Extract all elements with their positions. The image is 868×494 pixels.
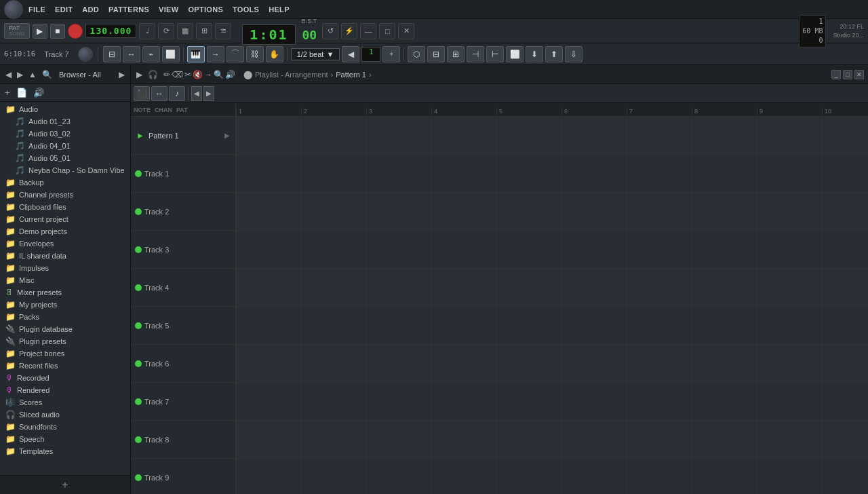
track-cell-4-9[interactable] [757,231,822,268]
track-cell-2-10[interactable] [822,155,868,192]
sidebar-item-my-projects[interactable]: 📁My projects [0,299,130,311]
track-cell-9-3[interactable] [366,421,431,458]
step-icon[interactable]: ▦ [177,23,193,39]
mixer-btn[interactable]: ↔ [123,46,140,62]
sidebar-back-btn[interactable]: ◀ [4,70,13,79]
track-cell-3-8[interactable] [692,193,757,230]
menu-add[interactable]: ADD [78,4,103,15]
track-cell-6-7[interactable] [627,307,692,344]
track-header-9[interactable]: Track 9 [131,459,235,494]
sidebar-item-packs[interactable]: 📁Packs [0,311,130,323]
track-cell-9-6[interactable] [561,421,627,458]
sidebar-item-plugin-presets[interactable]: 🔌Plugin presets [0,335,130,347]
track-cell-7-8[interactable] [692,345,757,382]
sidebar-up-btn[interactable]: ▲ [27,70,38,79]
track-cell-8-7[interactable] [627,383,692,420]
split-btn[interactable]: ⊣ [467,46,484,62]
track-cell-5-6[interactable] [561,269,627,306]
sidebar-item-misc[interactable]: 📁Misc [0,274,130,286]
track-cell-4-10[interactable] [822,231,868,268]
up-arrow-btn[interactable]: ⬆ [545,46,563,62]
sidebar-add-btn[interactable]: + [3,88,12,98]
track-cell-3-10[interactable] [822,193,868,230]
sidebar-add-bottom[interactable]: + [0,475,130,494]
track-cell-2-7[interactable] [627,155,692,192]
pl-pencil-icon[interactable]: ✏ [163,70,170,79]
mix-icon[interactable]: ⊞ [196,23,212,39]
track-cell-5-8[interactable] [692,269,757,306]
track-cell-9-8[interactable] [692,421,757,458]
track-cell-5-9[interactable] [757,269,822,306]
track-cell-9-2[interactable] [301,421,366,458]
restore-icon[interactable]: □ [379,23,395,39]
track-header-7[interactable]: Track 7 [131,383,235,421]
playlist-play-btn[interactable]: ▶ [135,70,144,79]
pat-button[interactable]: PAT SONG [4,23,30,39]
eq-icon[interactable]: ≋ [215,23,231,39]
pl-minimize-btn[interactable]: _ [831,70,841,79]
track-cell-6-10[interactable] [822,307,868,344]
track-cell-3-7[interactable] [627,193,692,230]
snap-right-btn[interactable]: → [207,46,224,62]
track-cell-4-1[interactable] [236,231,301,268]
step-input[interactable]: 1 [361,47,380,62]
piano-btn[interactable]: ⬜ [162,46,180,62]
track-header-5[interactable]: Track 5 [131,307,235,345]
track-cell-10-5[interactable] [496,459,561,494]
track-cell-4-3[interactable] [366,231,431,268]
bpm-display[interactable]: 130.000 [85,24,137,38]
sidebar-item-audio[interactable]: 📁Audio [0,103,130,115]
connect-btn[interactable]: ⌁ [142,46,160,62]
track-cell-7-10[interactable] [822,345,868,382]
track-cell-4-7[interactable] [627,231,692,268]
pl-cut-icon[interactable]: ✂ [184,70,191,79]
track-cell-9-10[interactable] [822,421,868,458]
track-cell-7-5[interactable] [496,345,561,382]
track-cell-7-9[interactable] [757,345,822,382]
track-cell-3-5[interactable] [496,193,561,230]
menu-file[interactable]: FILE [24,4,50,15]
track-cell-3-1[interactable] [236,193,301,230]
track-cell-1-6[interactable] [561,117,627,154]
select-tool-btn[interactable]: ↔ [151,86,167,101]
export-btn[interactable]: ⇩ [565,46,583,62]
sidebar-speaker-btn[interactable]: 🔊 [31,88,46,98]
beat-selector[interactable]: 1/2 beat ▼ [291,48,340,60]
track-cell-6-8[interactable] [692,307,757,344]
link-btn[interactable]: ⛓ [246,46,264,62]
sidebar-item-neyba-chap---so-damn-vibe[interactable]: 🎵Neyba Chap - So Damn Vibe [0,164,130,176]
track-cell-3-4[interactable] [431,193,496,230]
sidebar-item-scores[interactable]: 🎼Scores [0,396,130,408]
refresh-icon[interactable]: ↺ [322,23,338,39]
grid-area[interactable]: 1234567891011121314151617 [236,103,868,494]
plugin-icon[interactable]: ⚡ [341,23,357,39]
down-arrow-btn[interactable]: ⬇ [526,46,543,62]
piano-keys-btn[interactable]: 🎹 [187,46,205,62]
pl-arrow-icon[interactable]: → [204,70,212,79]
pattern-play-icon[interactable]: ▶ [136,132,144,140]
track-cell-9-4[interactable] [431,421,496,458]
pl-midi-icon[interactable]: ⬤ [243,70,252,79]
track-cell-9-1[interactable] [236,421,301,458]
pl-zoom-icon[interactable]: 🔍 [214,70,224,79]
pl-speaker2-icon[interactable]: 🔊 [225,70,235,79]
track-cell-5-10[interactable] [822,269,868,306]
track-header-1[interactable]: Track 1 [131,155,235,193]
sidebar-item-demo-projects[interactable]: 📁Demo projects [0,225,130,238]
track-cell-2-3[interactable] [366,155,431,192]
track-cell-3-3[interactable] [366,193,431,230]
sidebar-item-speech[interactable]: 📁Speech [0,433,130,445]
track-header-2[interactable]: Track 2 [131,193,235,231]
prev-step-btn[interactable]: ◀ [342,46,359,62]
track-cell-5-1[interactable] [236,269,301,306]
track-header-4[interactable]: Track 4 [131,269,235,307]
track-cell-1-1[interactable] [236,117,301,154]
track-cell-4-8[interactable] [692,231,757,268]
minimize-icon[interactable]: — [360,23,376,39]
track-cell-2-2[interactable] [301,155,366,192]
sidebar-item-il-shared-data[interactable]: 📁IL shared data [0,250,130,262]
record-button[interactable] [68,24,83,39]
sidebar-item-soundfonts[interactable]: 📁Soundfonts [0,421,130,433]
sidebar-item-rendered[interactable]: 🎙Rendered [0,384,130,396]
track-cell-4-2[interactable] [301,231,366,268]
